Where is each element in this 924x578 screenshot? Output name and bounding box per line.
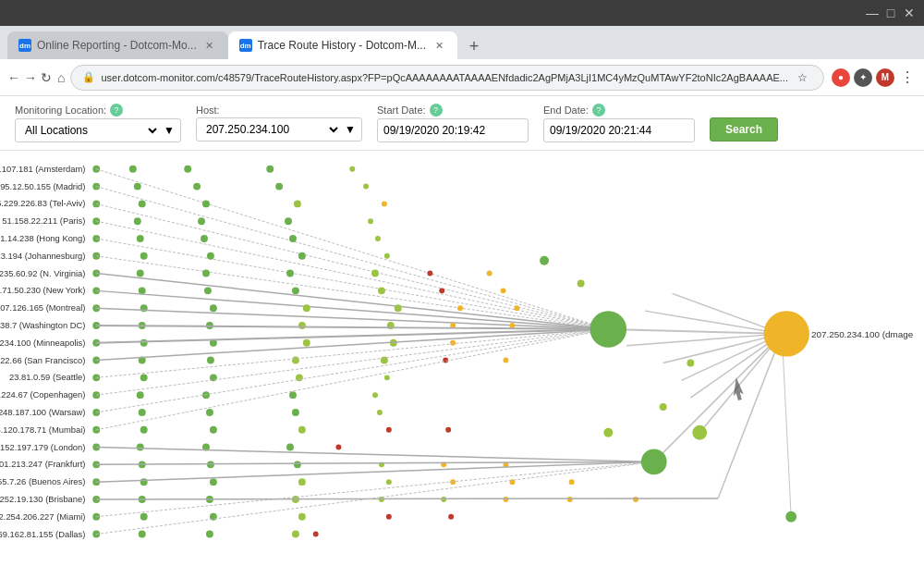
- svg-point-125: [289, 391, 297, 399]
- start-date-help-icon[interactable]: ?: [430, 104, 443, 117]
- title-bar-controls: — □ ✕: [865, 6, 917, 20]
- svg-point-82: [439, 288, 444, 293]
- svg-point-158: [298, 478, 306, 486]
- host-dropdown[interactable]: 207.250.234.100: [202, 122, 341, 137]
- svg-point-191: [687, 360, 694, 367]
- search-group: Search: [710, 105, 778, 141]
- host-select[interactable]: 207.250.234.100 ▼: [196, 117, 362, 141]
- target-node: [763, 311, 808, 356]
- row-newyork: [92, 287, 608, 329]
- tab-close-1[interactable]: ✕: [202, 38, 217, 53]
- svg-line-56: [96, 221, 608, 329]
- monitoring-location-help-icon[interactable]: ?: [110, 104, 123, 117]
- home-button[interactable]: ⌂: [55, 65, 67, 91]
- svg-point-106: [450, 340, 456, 346]
- forward-button[interactable]: →: [24, 65, 37, 91]
- svg-line-38: [96, 169, 608, 329]
- close-button[interactable]: ✕: [902, 6, 917, 20]
- svg-text:21.23.194 (Johannesburg): 21.23.194 (Johannesburg): [0, 251, 85, 261]
- end-date-label: End Date: ?: [543, 104, 695, 117]
- svg-point-74: [427, 271, 432, 277]
- start-date-label: Start Date: ?: [377, 104, 529, 117]
- end-date-help-icon[interactable]: ?: [592, 104, 605, 117]
- svg-point-65: [207, 252, 214, 260]
- svg-point-117: [140, 374, 148, 381]
- svg-point-43: [363, 184, 369, 190]
- svg-text:1.255.7.26 (Buenos Aires): 1.255.7.26 (Buenos Aires): [0, 476, 85, 486]
- minimize-button[interactable]: —: [865, 6, 880, 20]
- back-button[interactable]: ←: [7, 65, 20, 91]
- maximize-button[interactable]: □: [883, 6, 898, 20]
- svg-point-137: [298, 426, 306, 434]
- svg-text:23.235.60.92 (N. Virginia): 23.235.60.92 (N. Virginia): [0, 268, 85, 278]
- svg-point-184: [292, 531, 299, 538]
- host-label: Host:: [196, 105, 362, 116]
- monitoring-location-group: Monitoring Location: ? All Locations ▼: [15, 104, 181, 142]
- svg-text:4.107.126.165 (Montreal): 4.107.126.165 (Montreal): [0, 302, 85, 313]
- svg-point-83: [501, 288, 506, 293]
- row-sanfrancisco: [92, 329, 608, 364]
- svg-point-66: [298, 252, 306, 260]
- star-icon[interactable]: ☆: [794, 68, 812, 87]
- start-date-group: Start Date: ?: [377, 104, 529, 142]
- svg-point-182: [139, 531, 146, 538]
- svg-line-32: [782, 334, 791, 517]
- tab-label-1: Online Reporting - Dotcom-Mo...: [37, 39, 197, 52]
- tab-1[interactable]: dm Online Reporting - Dotcom-Mo... ✕: [7, 31, 228, 59]
- hub-node: [590, 311, 627, 348]
- svg-point-48: [294, 200, 301, 207]
- svg-point-111: [292, 357, 299, 364]
- svg-point-75: [487, 271, 492, 277]
- svg-point-123: [137, 391, 144, 399]
- svg-text:5.152.197.179 (London): 5.152.197.179 (London): [0, 442, 85, 452]
- monitoring-location-dropdown[interactable]: All Locations: [21, 123, 160, 138]
- svg-text:195.12.50.155 (Madrid): 195.12.50.155 (Madrid): [0, 181, 85, 191]
- row-brisbane: [92, 496, 718, 503]
- svg-point-91: [514, 305, 519, 311]
- search-button[interactable]: Search: [710, 117, 778, 141]
- svg-text:69.162.81.155 (Dallas): 69.162.81.155 (Dallas): [0, 529, 85, 539]
- svg-point-171: [567, 497, 573, 502]
- row-london: [92, 444, 653, 462]
- svg-point-130: [206, 409, 213, 416]
- row-amsterdam: [92, 166, 608, 329]
- extension-icon-3[interactable]: M: [876, 68, 894, 87]
- svg-point-185: [313, 532, 319, 537]
- svg-point-136: [210, 426, 217, 434]
- svg-point-70: [137, 270, 144, 277]
- monitoring-location-select[interactable]: All Locations ▼: [15, 118, 181, 142]
- extension-icon-2[interactable]: ✦: [854, 68, 872, 87]
- svg-text:185.229.226.83 (Tel-Aviv): 185.229.226.83 (Tel-Aviv): [0, 198, 85, 208]
- new-tab-button[interactable]: +: [461, 33, 487, 59]
- address-bar[interactable]: 🔒 user.dotcom-monitor.com/c48579/TraceRo…: [70, 65, 824, 91]
- svg-point-73: [371, 270, 379, 277]
- svg-point-72: [286, 270, 294, 277]
- svg-text:206.71.50.230 (New York): 206.71.50.230 (New York): [0, 285, 85, 295]
- svg-line-173: [96, 498, 718, 499]
- svg-point-40: [134, 183, 141, 191]
- end-date-input[interactable]: [543, 118, 695, 142]
- more-button[interactable]: ⋮: [898, 68, 917, 87]
- svg-point-90: [457, 305, 463, 311]
- svg-point-162: [569, 479, 575, 485]
- svg-point-178: [386, 514, 392, 520]
- svg-point-53: [198, 217, 205, 225]
- svg-point-175: [140, 513, 148, 521]
- svg-point-64: [140, 252, 148, 260]
- svg-text:206.224.67 (Copenhagen): 206.224.67 (Copenhagen): [0, 389, 85, 400]
- tab-close-2[interactable]: ✕: [432, 38, 446, 53]
- tab-2[interactable]: dm Trace Route History - Dotcom-M... ✕: [228, 31, 457, 59]
- svg-point-188: [578, 280, 585, 288]
- svg-point-99: [509, 323, 515, 328]
- row-miami: [92, 461, 653, 520]
- svg-text:103.120.178.71 (Mumbai): 103.120.178.71 (Mumbai): [0, 424, 85, 435]
- select-chevron-icon: ▼: [164, 124, 175, 137]
- start-date-input[interactable]: [377, 118, 529, 142]
- svg-point-114: [504, 358, 509, 363]
- svg-point-80: [292, 287, 299, 294]
- refresh-button[interactable]: ↻: [41, 65, 52, 91]
- svg-point-88: [303, 304, 310, 312]
- monitoring-location-label: Monitoring Location: ?: [15, 104, 181, 117]
- extension-icon-1[interactable]: ●: [832, 68, 850, 87]
- svg-line-62: [96, 239, 608, 329]
